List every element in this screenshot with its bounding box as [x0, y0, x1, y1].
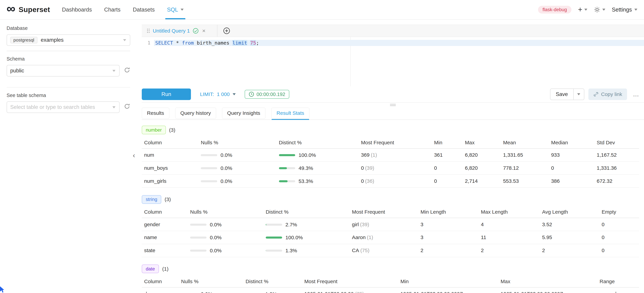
- column-header: Avg Length: [540, 206, 599, 218]
- nulls-bar-value: 0.0%: [201, 291, 212, 293]
- stat-value: 0: [432, 174, 462, 188]
- refresh-schemas-icon[interactable]: [124, 67, 130, 74]
- query-tab[interactable]: Untitled Query 1 ×: [142, 25, 210, 36]
- nulls-bar-value: 0.0%: [220, 152, 232, 158]
- stats-section-header: string(3): [142, 195, 639, 204]
- table-select[interactable]: [6, 102, 120, 113]
- column-header: Distinct %: [243, 276, 302, 288]
- column-header: Column: [142, 137, 198, 148]
- column-header: Column: [142, 276, 179, 288]
- stat-value: 553.53: [500, 174, 548, 188]
- nav-charts[interactable]: Charts: [98, 0, 127, 19]
- stat-value: 672.32: [594, 174, 639, 188]
- column-header: Nulls %: [179, 276, 243, 288]
- chevron-down-icon: [233, 93, 236, 95]
- sidebar-divider: [6, 51, 130, 51]
- close-tab-icon[interactable]: ×: [202, 28, 206, 34]
- nulls-bar: [190, 224, 206, 226]
- run-button[interactable]: Run: [142, 88, 191, 100]
- most-frequent-cell: 1965-01-01T00:00:00(75): [302, 288, 398, 293]
- stat-value: 1965-01-01T03:00:00.000Z: [498, 288, 597, 293]
- nulls-bar-cell: 0.0%: [188, 244, 263, 257]
- more-options-button[interactable]: …: [633, 91, 639, 98]
- copy-link-button[interactable]: Copy link: [588, 88, 627, 100]
- nulls-bar-value: 0.0%: [210, 248, 222, 253]
- nav-dashboards[interactable]: Dashboards: [56, 0, 98, 19]
- settings-label: Settings: [612, 6, 632, 13]
- nulls-bar-cell: 0.0%: [179, 288, 243, 293]
- most-frequent-cell: 0(36): [358, 174, 432, 188]
- query-tabbar: Untitled Query 1 ×: [142, 24, 644, 37]
- table-search-input[interactable]: [10, 104, 109, 110]
- tab-results[interactable]: Results: [142, 108, 170, 119]
- most-frequent-cell: 0(39): [358, 162, 432, 175]
- add-tab-icon: [223, 27, 230, 34]
- timer-value: 00:00:00.192: [256, 92, 285, 97]
- save-dropdown-button[interactable]: [573, 89, 584, 100]
- column-header: Nulls %: [198, 137, 276, 148]
- most-frequent-cell: 369(1): [358, 148, 432, 162]
- column-name: ds: [142, 288, 179, 293]
- distinct-bar-value: 100.0%: [285, 235, 303, 240]
- main-nav: Dashboards Charts Datasets SQL: [56, 0, 190, 19]
- stat-value: same day: [597, 288, 639, 293]
- tab-query-insights[interactable]: Query Insights: [222, 108, 266, 119]
- column-header: Column: [142, 206, 188, 218]
- column-name: num: [142, 148, 198, 162]
- query-success-check-icon: [193, 28, 198, 34]
- nulls-bar-cell: 0.0%: [198, 148, 276, 162]
- limit-dropdown[interactable]: LIMIT: 1 000: [200, 92, 236, 97]
- theme-toggle[interactable]: [594, 6, 605, 13]
- stats-row: ds0.0%1.3%1965-01-01T00:00:00(75)1965-01…: [142, 288, 639, 293]
- superset-logo[interactable]: ∞ Superset: [6, 6, 50, 14]
- sql-token: [247, 40, 250, 46]
- nav-datasets[interactable]: Datasets: [127, 0, 161, 19]
- settings-menu[interactable]: Settings: [612, 6, 638, 13]
- toolbar-right: Save Copy link …: [550, 88, 639, 100]
- column-header: Nulls %: [188, 206, 263, 218]
- sql-token: 75: [250, 40, 256, 46]
- nulls-bar: [201, 154, 217, 156]
- sql-token: [179, 40, 182, 46]
- stat-value: 0: [432, 162, 462, 175]
- column-name: num_boys: [142, 162, 198, 175]
- distinct-bar-cell: 100.0%: [263, 231, 350, 244]
- sql-token: limit: [232, 40, 247, 46]
- add-query-tab-button[interactable]: [223, 27, 230, 34]
- collapse-panel-chevron[interactable]: ‹: [133, 152, 135, 159]
- schema-select[interactable]: public: [6, 65, 120, 76]
- stats-row: gender0.0%2.7%girl(39)343.520: [142, 218, 639, 231]
- column-name: gender: [142, 218, 188, 231]
- save-split-button: Save: [550, 88, 584, 100]
- stat-value: 0: [599, 218, 639, 231]
- stats-row: state0.0%1.3%CA(75)2220: [142, 244, 639, 257]
- sql-token: from: [182, 40, 194, 46]
- type-badge-number: number: [142, 126, 166, 134]
- sql-editor[interactable]: 1 SELECT * from birth_names limit 75;: [142, 37, 644, 86]
- drag-handle-icon: [147, 28, 150, 33]
- database-select[interactable]: postgresql examples: [6, 34, 130, 46]
- distinct-bar-cell: 2.7%: [263, 218, 350, 231]
- editor-resize-strip[interactable]: [142, 102, 644, 107]
- save-button[interactable]: Save: [550, 89, 573, 100]
- nulls-bar-cell: 0.0%: [188, 231, 263, 244]
- stat-value: 1,331.36: [594, 162, 639, 175]
- chevron-down-icon: [180, 9, 184, 11]
- new-item-menu[interactable]: +: [578, 6, 588, 14]
- chevron-down-icon: [112, 70, 116, 72]
- tab-result-stats[interactable]: Result Stats: [271, 108, 310, 119]
- clock-icon: [249, 92, 254, 97]
- nav-sql[interactable]: SQL: [161, 0, 190, 19]
- column-name: num_girls: [142, 174, 198, 188]
- refresh-tables-icon[interactable]: [124, 103, 130, 111]
- nulls-bar-value: 0.0%: [220, 165, 232, 171]
- distinct-bar: [266, 236, 282, 238]
- distinct-bar-value: 100.0%: [298, 152, 316, 158]
- tab-query-history[interactable]: Query history: [175, 108, 216, 119]
- stat-value: 3: [418, 218, 478, 231]
- stats-row: num0.0%100.0%369(1)3616,8201,331.659331,…: [142, 148, 639, 162]
- stat-value: 3.52: [540, 218, 599, 231]
- superset-app: ∞ Superset Dashboards Charts Datasets SQ…: [0, 0, 644, 293]
- sqllab-left-panel: Database postgresql examples Schema publ…: [0, 20, 137, 293]
- column-name: name: [142, 231, 188, 244]
